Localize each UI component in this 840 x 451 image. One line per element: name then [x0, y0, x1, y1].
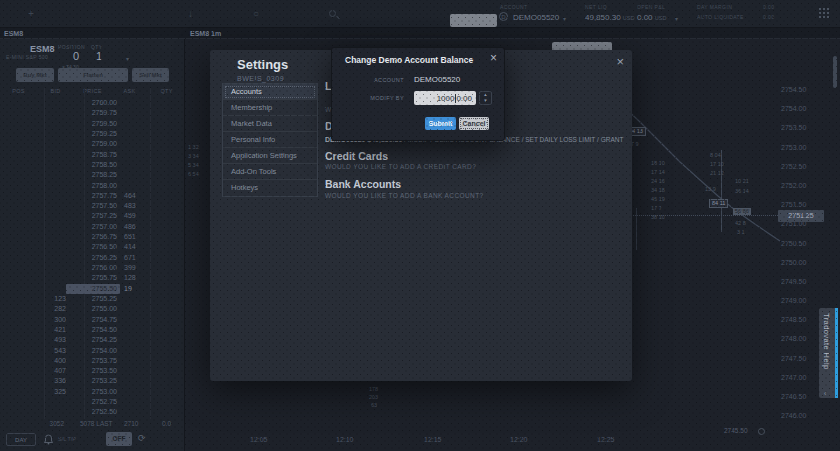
ladder-pos-cell[interactable] — [0, 222, 44, 232]
ladder-row[interactable]: 2757.75 464 — [0, 191, 185, 201]
ladder-row[interactable]: 300 2754.75 — [0, 315, 185, 325]
ladder-row[interactable]: 2756.75 651 — [0, 232, 185, 242]
ladder-bid-cell[interactable] — [44, 181, 66, 191]
off-toggle[interactable]: OFF — [106, 432, 132, 446]
ladder-ask-cell[interactable] — [120, 376, 150, 386]
ladder-pos-cell[interactable] — [0, 387, 44, 397]
add-icon[interactable]: + — [28, 8, 34, 19]
ladder-row[interactable]: 282 2755.00 — [0, 304, 185, 314]
settings-menu-item[interactable]: Accounts — [223, 84, 317, 100]
ladder-ask-cell[interactable] — [120, 397, 150, 407]
ladder-row[interactable]: 2756.00 399 — [0, 263, 185, 273]
ladder-bid-cell[interactable]: 336 — [44, 376, 66, 386]
ladder-bid-cell[interactable] — [44, 108, 66, 118]
ladder-bid-cell[interactable] — [44, 263, 66, 273]
ladder-row[interactable]: 336 2753.25 — [0, 376, 185, 386]
ladder-row[interactable]: 407 2753.50 — [0, 366, 185, 376]
qty-stepper[interactable]: 1 — [96, 50, 102, 62]
apps-grid-icon[interactable] — [819, 8, 821, 10]
settings-menu-item[interactable]: Application Settings — [223, 148, 317, 164]
amount-stepper[interactable]: ▲ ▼ — [479, 91, 492, 105]
ladder-ask-cell[interactable] — [120, 407, 150, 417]
flatten-button[interactable]: Flatten — [58, 68, 128, 82]
ladder-bid-cell[interactable]: 400 — [44, 356, 66, 366]
ladder-ask-cell[interactable] — [120, 160, 150, 170]
ladder-row[interactable]: 325 2753.00 — [0, 387, 185, 397]
ladder-row[interactable]: 2758.00 — [0, 181, 185, 191]
chart-scrollbar[interactable] — [833, 56, 837, 88]
ladder-row[interactable]: 2758.25 — [0, 170, 185, 180]
ladder-row[interactable]: 2755.50 19 — [0, 284, 185, 294]
ladder-ask-cell[interactable] — [120, 98, 150, 108]
sell-mkt-button[interactable]: Sell Mkt — [132, 68, 169, 82]
chevron-down-icon[interactable]: ▾ — [675, 15, 678, 22]
ladder-ask-cell[interactable] — [120, 325, 150, 335]
chevron-left-icon[interactable]: ‹ — [824, 390, 826, 397]
ladder-row[interactable]: 2759.25 — [0, 129, 185, 139]
ladder-ask-cell[interactable]: 399 — [120, 263, 150, 273]
ladder-bid-cell[interactable] — [44, 150, 66, 160]
ladder-ask-cell[interactable]: 486 — [120, 222, 150, 232]
ladder-bid-cell[interactable]: 123 — [44, 294, 66, 304]
stepper-down-icon[interactable]: ▼ — [480, 98, 491, 104]
ladder-bid-cell[interactable] — [44, 160, 66, 170]
ladder-pos-cell[interactable] — [0, 304, 44, 314]
price-ladder[interactable]: 2760.00 2759.75 2759.50 — [0, 98, 185, 418]
ladder-bid-cell[interactable] — [44, 397, 66, 407]
bell-icon[interactable] — [44, 434, 53, 445]
settings-menu[interactable]: AccountsMembershipMarket DataPersonal In… — [222, 83, 318, 197]
settings-menu-item[interactable]: Hotkeys — [223, 180, 317, 196]
settings-menu-item[interactable]: Personal Info — [223, 132, 317, 148]
ladder-ask-cell[interactable] — [120, 150, 150, 160]
ladder-ask-cell[interactable] — [120, 366, 150, 376]
ladder-ask-cell[interactable]: 414 — [120, 242, 150, 252]
search-icon[interactable] — [329, 10, 336, 17]
ladder-ask-cell[interactable]: 19 — [120, 284, 150, 294]
ladder-ask-cell[interactable] — [120, 129, 150, 139]
ladder-bid-cell[interactable] — [44, 139, 66, 149]
ladder-pos-cell[interactable] — [0, 181, 44, 191]
ladder-row[interactable]: 2756.25 671 — [0, 253, 185, 263]
ladder-pos-cell[interactable] — [0, 263, 44, 273]
modal-close-icon[interactable]: × — [490, 51, 497, 65]
ladder-row[interactable]: 2760.00 — [0, 98, 185, 108]
ladder-ask-cell[interactable] — [120, 304, 150, 314]
ladder-row[interactable]: 2758.75 — [0, 150, 185, 160]
ladder-pos-cell[interactable] — [0, 366, 44, 376]
ladder-bid-cell[interactable]: 543 — [44, 346, 66, 356]
ladder-ask-cell[interactable]: 459 — [120, 211, 150, 221]
ladder-bid-cell[interactable] — [44, 211, 66, 221]
ladder-pos-cell[interactable] — [0, 211, 44, 221]
ladder-ask-cell[interactable] — [120, 119, 150, 129]
ladder-row[interactable]: 421 2754.50 — [0, 325, 185, 335]
ladder-row[interactable]: 2755.75 128 — [0, 273, 185, 283]
ladder-bid-cell[interactable]: 407 — [44, 366, 66, 376]
tab-chart[interactable]: ESM8 1m — [190, 30, 221, 37]
ladder-pos-cell[interactable] — [0, 129, 44, 139]
ladder-pos-cell[interactable] — [0, 242, 44, 252]
ladder-row[interactable]: 400 2753.75 — [0, 356, 185, 366]
ladder-row[interactable]: 2757.00 486 — [0, 222, 185, 232]
settings-menu-item[interactable]: Add-On Tools — [223, 164, 317, 180]
ladder-pos-cell[interactable] — [0, 160, 44, 170]
chevron-down-icon[interactable]: ▾ — [563, 15, 566, 22]
ladder-row[interactable]: 2752.50 — [0, 407, 185, 417]
ladder-pos-cell[interactable] — [0, 98, 44, 108]
ladder-row[interactable]: 2759.50 — [0, 119, 185, 129]
ladder-pos-cell[interactable] — [0, 294, 44, 304]
ladder-row[interactable]: 493 2754.25 — [0, 335, 185, 345]
ladder-bid-cell[interactable] — [44, 232, 66, 242]
ladder-bid-cell[interactable] — [44, 407, 66, 417]
ladder-pos-cell[interactable] — [0, 139, 44, 149]
credit-cards-subtext[interactable]: WOULD YOU LIKE TO ADD A CREDIT CARD? — [325, 163, 476, 170]
ladder-pos-cell[interactable] — [0, 273, 44, 283]
ladder-bid-cell[interactable]: 325 — [44, 387, 66, 397]
topbar-button[interactable] — [450, 14, 497, 27]
ladder-pos-cell[interactable] — [0, 315, 44, 325]
magnifier-icon[interactable] — [758, 428, 765, 435]
ladder-bid-cell[interactable] — [44, 201, 66, 211]
ladder-ask-cell[interactable]: 651 — [120, 232, 150, 242]
ladder-pos-cell[interactable] — [0, 284, 44, 294]
ladder-row[interactable]: 123 2755.25 — [0, 294, 185, 304]
tif-selector[interactable]: DAY — [6, 433, 36, 446]
